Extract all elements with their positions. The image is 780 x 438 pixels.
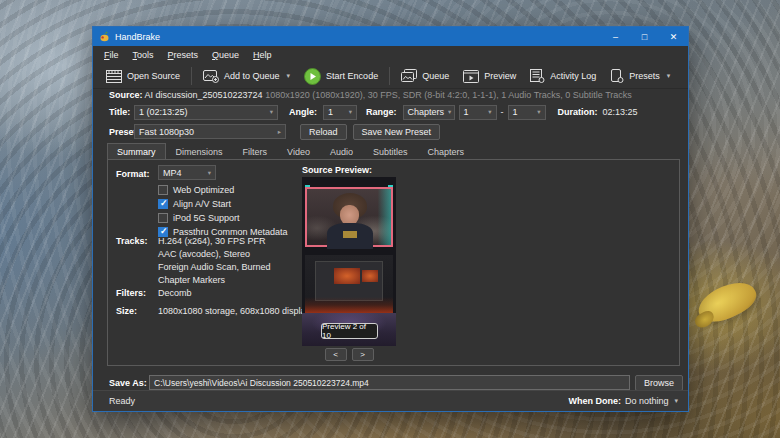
tab-filters[interactable]: Filters <box>233 143 278 160</box>
next-preview-button[interactable]: > <box>352 348 374 361</box>
preview-image <box>302 177 396 346</box>
menu-help[interactable]: Help <box>246 48 279 62</box>
open-source-button[interactable]: Open Source <box>99 67 187 86</box>
add-to-queue-button[interactable]: Add to Queue ▾ <box>196 66 297 86</box>
tab-audio[interactable]: Audio <box>320 143 363 160</box>
source-preview-label: Source Preview: <box>302 165 372 175</box>
filters-value: Decomb <box>158 288 192 298</box>
duration-label: Duration: <box>558 107 598 117</box>
align-av-start-checkbox[interactable] <box>158 199 168 209</box>
ipod-5g-checkbox[interactable] <box>158 213 168 223</box>
status-ready: Ready <box>109 396 135 406</box>
preset-select[interactable]: Fast 1080p30 ▸ <box>134 124 286 139</box>
angle-select[interactable]: 1 ▾ <box>323 105 357 120</box>
range-label: Range: <box>366 107 397 117</box>
duck <box>693 274 761 330</box>
preview-button[interactable]: Preview <box>456 67 523 86</box>
close-button[interactable]: ✕ <box>659 27 688 46</box>
size-label: Size: <box>116 306 137 316</box>
web-optimized-checkbox[interactable] <box>158 185 168 195</box>
title-row: Title: 1 (02:13:25) ▾ Angle: 1 ▾ Range: … <box>109 104 678 120</box>
preview-counter: Preview 2 of 10 <box>321 323 378 339</box>
track-chapters: Chapter Markers <box>158 275 225 285</box>
queue-icon <box>401 69 417 83</box>
queue-button[interactable]: Queue <box>394 66 456 86</box>
preset-row: Preset: Fast 1080p30 ▸ Reload Save New P… <box>109 123 678 140</box>
range-separator: - <box>501 107 504 117</box>
start-encode-button[interactable]: Start Encode <box>297 65 385 88</box>
scene-thumbnail <box>334 268 360 284</box>
filmstrip-icon <box>106 70 122 83</box>
chevron-down-icon: ▾ <box>345 108 352 116</box>
menubar: File Tools Presets Queue Help <box>93 46 688 64</box>
webcam-frame <box>305 187 393 247</box>
menu-file[interactable]: File <box>97 48 126 62</box>
size-value: 1080x1080 storage, 608x1080 display <box>158 306 310 316</box>
preview-label: Preview <box>484 71 516 81</box>
when-done-select[interactable]: Do nothing <box>625 396 669 406</box>
window-title: HandBrake <box>115 32 160 42</box>
menu-tools[interactable]: Tools <box>126 48 161 62</box>
chevron-down-icon[interactable]: ▾ <box>667 72 671 80</box>
presets-icon <box>610 69 624 83</box>
app-window <box>315 261 383 301</box>
presets-button[interactable]: Presets ▾ <box>603 66 677 86</box>
track-video: H.264 (x264), 30 FPS PFR <box>158 236 266 246</box>
toolbar-separator <box>389 67 390 85</box>
align-av-start-row[interactable]: Align A/V Start <box>158 199 231 209</box>
tracks-label: Tracks: <box>116 236 148 246</box>
reload-button[interactable]: Reload <box>300 124 347 140</box>
handbrake-logo-icon <box>99 31 110 42</box>
chevron-down-icon: ▾ <box>484 108 491 116</box>
menu-queue[interactable]: Queue <box>205 48 246 62</box>
previous-preview-button[interactable]: < <box>325 348 347 361</box>
maximize-button[interactable]: □ <box>630 27 659 46</box>
play-circle-icon <box>304 68 321 85</box>
web-optimized-row[interactable]: Web Optimized <box>158 185 234 195</box>
toolbar: Open Source Add to Queue ▾ S <box>93 64 688 89</box>
ipod-5g-row[interactable]: iPod 5G Support <box>158 213 240 223</box>
activity-log-label: Activity Log <box>550 71 596 81</box>
chevron-down-icon: ▾ <box>533 108 540 116</box>
browse-button[interactable]: Browse <box>635 375 683 391</box>
range-type-select[interactable]: Chapters ▾ <box>403 105 455 120</box>
source-name: AI discussion_250510223724 <box>145 90 263 100</box>
titlebar[interactable]: HandBrake – □ ✕ <box>93 27 688 46</box>
game-scene <box>305 297 393 313</box>
angle-label: Angle: <box>289 107 317 117</box>
format-select[interactable]: MP4 ▾ <box>158 165 216 180</box>
preview-nav: < > <box>302 348 396 361</box>
menu-presets[interactable]: Presets <box>161 48 206 62</box>
tab-video[interactable]: Video <box>277 143 320 160</box>
title-select[interactable]: 1 (02:13:25) ▾ <box>134 105 278 120</box>
save-as-input[interactable]: C:\Users\yeshi\Videos\Ai Discussion 2505… <box>149 375 630 390</box>
chevron-right-icon: ▸ <box>274 128 281 136</box>
minimize-button[interactable]: – <box>601 27 630 46</box>
toolbar-separator <box>191 67 192 85</box>
tab-subtitles[interactable]: Subtitles <box>363 143 418 160</box>
range-from-select[interactable]: 1 ▾ <box>459 105 497 120</box>
summary-panel: Format: MP4 ▾ Web Optimized Align A/V St… <box>107 159 680 366</box>
chevron-down-icon[interactable]: ▾ <box>287 72 291 80</box>
desktop-capture <box>305 255 393 313</box>
track-audio: AAC (avcodec), Stereo <box>158 249 250 259</box>
open-source-label: Open Source <box>127 71 180 81</box>
tab-chapters[interactable]: Chapters <box>417 143 474 160</box>
add-to-queue-icon <box>203 69 219 83</box>
title-label: Title: <box>109 107 134 117</box>
tab-summary[interactable]: Summary <box>107 143 166 160</box>
save-new-preset-button[interactable]: Save New Preset <box>353 124 441 140</box>
tab-dimensions[interactable]: Dimensions <box>166 143 233 160</box>
chevron-down-icon: ▾ <box>266 108 273 116</box>
chevron-down-icon[interactable]: ▾ <box>674 397 678 405</box>
scene-thumbnail <box>362 270 378 282</box>
streamer-face <box>340 205 359 225</box>
desktop-background: HandBrake – □ ✕ File Tools Presets Queue… <box>0 0 780 438</box>
add-to-queue-label: Add to Queue <box>224 71 280 81</box>
source-details: 1080x1920 (1080x1920), 30 FPS, SDR (8-bi… <box>265 90 632 100</box>
range-to-select[interactable]: 1 ▾ <box>508 105 546 120</box>
activity-log-icon <box>530 69 545 83</box>
save-as-label: Save As: <box>109 378 149 388</box>
web-optimized-label: Web Optimized <box>173 185 234 195</box>
activity-log-button[interactable]: Activity Log <box>523 66 603 86</box>
